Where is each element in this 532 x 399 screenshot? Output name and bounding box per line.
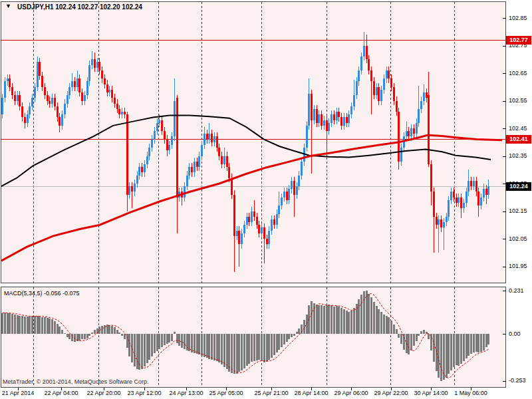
time-axis-label: 22 Apr 20:00 — [86, 390, 120, 396]
price-axis-label: 102.35 — [509, 152, 527, 160]
price-axis-tick — [503, 156, 506, 157]
price-axis-label: 101.95 — [509, 263, 527, 270]
macd-axis-tick — [503, 291, 506, 291]
macd-indicator-panel[interactable] — [1, 287, 506, 388]
macd-axis-tick — [503, 381, 506, 382]
macd-axis-label: -0.253 — [509, 377, 526, 384]
time-axis-tick — [144, 388, 145, 390]
price-axis-tick — [503, 128, 506, 129]
time-axis-label: 21 Apr 2014 — [2, 390, 35, 396]
macd-axis-label: 0.00 — [509, 331, 521, 338]
price-axis-label: 102.65 — [509, 70, 527, 77]
macd-axis-tick — [503, 334, 506, 334]
price-axis-tick — [503, 267, 506, 267]
price-axis-label: 102.85 — [509, 15, 527, 22]
time-axis-label: 25 Apr 05:00 — [209, 390, 243, 396]
time-axis-label: 23 Apr 12:00 — [127, 390, 161, 396]
price-chart-panel[interactable] — [1, 1, 506, 283]
chart-title-ohlc: USDJPY,H1 102.24 102.27 102.20 102.24 — [17, 3, 142, 11]
time-axis-label: 28 Apr 14:00 — [294, 390, 328, 396]
time-axis-tick — [471, 388, 471, 390]
time-axis-label: 24 Apr 13:00 — [169, 390, 203, 396]
time-axis-tick — [226, 388, 227, 390]
price-axis-label: 102.55 — [509, 97, 527, 104]
time-axis-label: 30 Apr 14:00 — [414, 390, 448, 396]
time-axis-tick — [311, 388, 312, 390]
macd-axis-label: 0.231 — [509, 287, 524, 295]
price-axis-tick — [503, 18, 506, 19]
time-axis-tick — [104, 388, 104, 390]
price-axis-tick — [503, 46, 506, 47]
price-level-label: 102.41 — [506, 135, 531, 144]
price-axis-label: 102.15 — [509, 207, 527, 215]
time-axis-label: 22 Apr 04:00 — [44, 390, 78, 396]
mt4-chart-window: ▼ USDJPY,H1 102.24 102.27 102.20 102.24 … — [0, 0, 532, 399]
time-axis-label: 1 May 06:00 — [454, 390, 487, 396]
time-axis-tick — [18, 388, 19, 390]
time-axis-label: 29 Apr 06:00 — [334, 390, 368, 396]
current-price-label: 102.24 — [506, 182, 531, 191]
price-axis-tick — [503, 211, 506, 212]
copyright-text: MetaTrader, © 2001-2014, MetaQuotes Soft… — [3, 378, 148, 385]
price-axis-tick — [503, 239, 506, 239]
price-level-label: 102.77 — [506, 36, 531, 45]
time-axis-tick — [351, 388, 352, 390]
time-axis-tick — [391, 388, 392, 390]
price-axis-tick — [503, 101, 506, 102]
time-axis-tick — [431, 388, 432, 390]
price-axis-tick — [503, 73, 506, 74]
macd-indicator-label: MACD(5,34,5) -0.056 -0.075 — [4, 290, 80, 297]
price-axis-label: 102.45 — [509, 125, 527, 132]
time-axis-label: 29 Apr 22:00 — [374, 390, 408, 396]
time-axis-tick — [61, 388, 62, 390]
time-axis-tick — [271, 388, 272, 390]
time-axis-label: 25 Apr 21:00 — [254, 390, 288, 396]
price-axis-label: 102.05 — [509, 235, 527, 243]
symbol-dropdown-marker-icon[interactable]: ▼ — [5, 3, 11, 9]
time-axis-tick — [186, 388, 187, 390]
